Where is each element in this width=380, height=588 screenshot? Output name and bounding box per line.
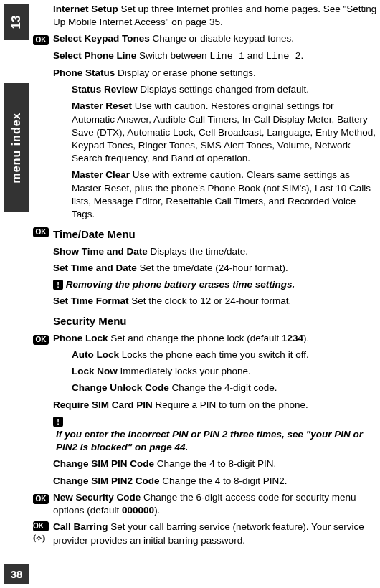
show-time-entry: Show Time and Date Displays the time/dat… [53,245,377,258]
ok-icon: OK [33,521,49,531]
page-number-tab: 38 [4,564,29,584]
entry-desc: Displays the time/date. [148,246,248,257]
line2-mono: Line 2 [266,51,301,62]
section-tab: menu index [4,83,29,212]
entry-title: Require SIM Card PIN [53,399,153,410]
status-review-entry: Status Review Displays settings changed … [53,83,377,96]
entry-desc: Set the clock to 12 or 24-hour format. [129,295,292,306]
warning-icon: ! [53,417,63,427]
entry-desc: Switch between [136,50,209,61]
entry-desc: Change the 4-digit code. [169,382,277,393]
master-reset-entry: Master Reset Use with caution. Restores … [53,100,377,165]
pin-warning: ! If you enter the incorrect PIN or PIN … [53,415,377,455]
ok-icon: OK [33,494,49,504]
phone-status-entry: Phone Status Display or erase phone sett… [53,67,377,80]
entry-title: Master Clear [72,169,130,180]
entry-title: Select Phone Line [53,50,136,61]
entry-desc: Set the time/date (24-hour format). [137,262,288,273]
entry-title: Auto Lock [72,349,119,360]
entry-desc: Displays settings changed from default. [138,84,309,95]
entry-title: Select Keypad Tones [53,33,150,44]
chapter-number: 13 [9,16,24,29]
entry-title: Change Unlock Code [72,382,169,393]
call-barring-entry: Call Barring Set your call barring servi… [53,521,377,546]
entry-title: Phone Lock [53,333,108,343]
page-number: 38 [11,568,23,580]
ok-icon: OK [33,35,49,45]
entry-title: New Security Code [53,492,141,503]
phone-lock-entry: Phone Lock Set and change the phone lock… [53,332,377,345]
warning-text: If you enter the incorrect PIN or PIN 2 … [53,428,369,454]
lock-now-entry: Lock Now Immediately locks your phone. [53,365,377,378]
security-menu-heading: Security Menu [53,314,377,328]
ok-icon: OK [33,227,49,237]
entry-desc: Change or disable keypad tones. [150,33,294,44]
network-icon: ⦅⟡⦆ [33,533,53,542]
battery-warning: ! Removing the phone battery erases time… [53,278,377,291]
entry-title: Call Barring [53,521,108,532]
set-time-entry: Set Time and Date Set the time/date (24-… [53,262,377,275]
entry-title: Set Time Format [53,295,129,306]
entry-desc: Change the 4 to 8-digit PIN. [154,458,276,469]
default-code: 1234 [282,333,303,343]
phone-line-entry: Select Phone Line Switch between Line 1 … [53,49,377,63]
manual-page: 13 menu index 38 Internet Setup Set up t… [0,0,380,588]
auto-lock-entry: Auto Lock Locks the phone each time you … [53,348,377,361]
line1-mono: Line 1 [209,51,244,62]
entry-title: Phone Status [53,67,115,78]
entry-desc: Immediately locks your phone. [118,366,251,376]
new-security-code-entry: New Security Code Change the 6-digit acc… [53,491,377,517]
entry-title: Internet Setup [53,4,118,14]
keypad-tones-entry: Select Keypad Tones Change or disable ke… [53,32,377,45]
content-column: Internet Setup Set up three Internet pro… [33,3,377,551]
entry-title: Change SIM PIN2 Code [53,475,160,486]
section-tab-label: menu index [10,113,23,184]
entry-title: Show Time and Date [53,246,148,257]
internet-setup-entry: Internet Setup Set up three Internet pro… [53,3,377,29]
change-sim-pin2-entry: Change SIM PIN2 Code Change the 4 to 8-d… [53,475,377,488]
entry-title: Status Review [72,84,138,95]
warning-icon: ! [53,280,63,290]
entry-desc: Set and change the phone lock (default [108,333,282,343]
chapter-number-tab: 13 [4,4,29,40]
entry-title: Lock Now [72,366,118,376]
change-sim-pin-entry: Change SIM PIN Code Change the 4 to 8-di… [53,457,377,470]
entry-desc: Change the 4 to 8-digit PIN2. [160,475,288,486]
sidebar: 13 menu index 38 [4,4,29,584]
entry-title: Set Time and Date [53,262,137,273]
time-format-entry: Set Time Format Set the clock to 12 or 2… [53,295,377,308]
time-date-menu-heading: Time/Date Menu [53,227,377,242]
ok-icon: OK [33,335,49,345]
entry-desc: Locks the phone each time you switch it … [119,349,309,360]
master-clear-entry: Master Clear Use with extreme caution. C… [53,169,377,221]
entry-desc: Require a PIN to turn on the phone. [153,399,308,410]
default-code: 000000 [122,505,154,516]
change-unlock-entry: Change Unlock Code Change the 4-digit co… [53,381,377,394]
entry-title: Master Reset [72,100,132,111]
entry-desc: Display or erase phone settings. [115,67,256,78]
require-sim-pin-entry: Require SIM Card PIN Require a PIN to tu… [53,399,377,412]
entry-title: Change SIM PIN Code [53,458,154,469]
warning-text: Removing the phone battery erases time s… [63,279,295,290]
